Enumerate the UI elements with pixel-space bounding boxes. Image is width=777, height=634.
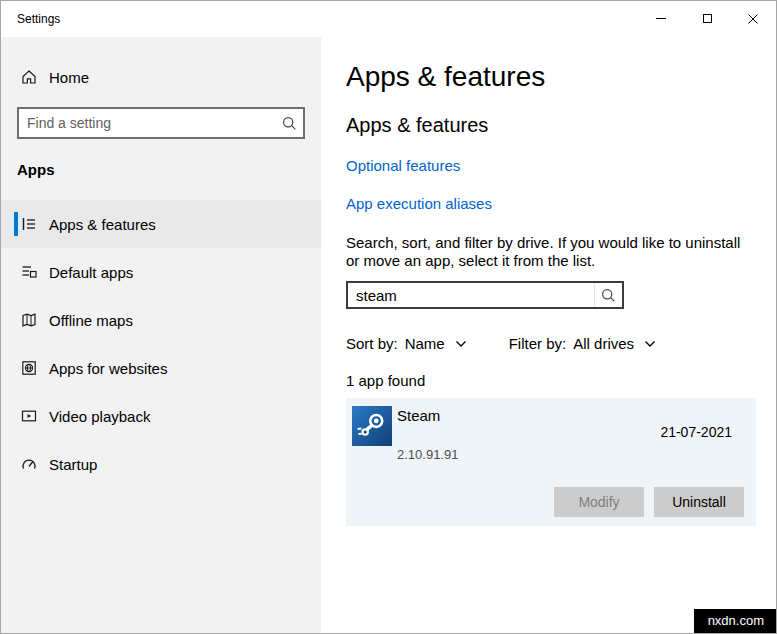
app-install-date: 21-07-2021 [660,424,732,440]
default-apps-icon [21,264,37,280]
window-title: Settings [17,12,60,26]
app-actions: Modify Uninstall [554,487,744,517]
app-search-icon[interactable] [594,283,622,307]
sidebar-item-apps-features[interactable]: Apps & features [1,200,321,248]
sidebar-search-box [17,107,305,139]
minimize-icon [656,18,666,19]
sidebar-item-video-playback[interactable]: Video playback [1,392,321,440]
maximize-button[interactable] [684,1,730,36]
offline-maps-icon [21,312,37,328]
close-icon [748,14,758,24]
section-title: Apps & features [346,113,776,137]
sidebar-item-label: Home [49,69,89,86]
sidebar-item-startup[interactable]: Startup [1,440,321,488]
optional-features-link[interactable]: Optional features [346,157,460,174]
window-controls [638,1,776,37]
sidebar-section-apps: Apps [1,161,321,178]
filter-by-value: All drives [573,335,634,352]
main-content: Apps & features Apps & features Optional… [321,37,776,633]
app-search-box [346,281,624,309]
watermark: nxdn.com [694,609,776,633]
home-icon [21,69,37,85]
sort-by-value: Name [405,335,445,352]
startup-icon [21,456,37,472]
steam-icon [352,406,392,446]
description-text: Search, sort, and filter by drive. If yo… [346,234,742,270]
sidebar-item-label: Default apps [49,264,133,281]
find-setting-input[interactable] [19,115,275,131]
sidebar-item-label: Apps for websites [49,360,167,377]
sidebar-item-label: Startup [49,456,97,473]
close-button[interactable] [730,1,776,36]
sidebar-item-label: Video playback [49,408,150,425]
maximize-icon [703,14,712,23]
result-count: 1 app found [346,372,776,389]
uninstall-button[interactable]: Uninstall [654,487,744,517]
sidebar: Home Apps Apps & features Default apps [1,37,321,633]
apps-features-icon [21,216,37,232]
app-name: Steam [397,407,440,424]
filter-by-label: Filter by: [509,335,567,352]
chevron-down-icon [644,340,656,348]
app-list-item-steam[interactable]: Steam 21-07-2021 2.10.91.91 Modify Unins… [346,398,756,526]
page-title: Apps & features [346,61,776,93]
sidebar-item-label: Offline maps [49,312,133,329]
minimize-button[interactable] [638,1,684,36]
modify-button[interactable]: Modify [554,487,644,517]
titlebar: Settings [1,1,776,37]
apps-for-websites-icon [21,360,37,376]
chevron-down-icon [455,340,467,348]
sidebar-item-apps-for-websites[interactable]: Apps for websites [1,344,321,392]
sort-by-label: Sort by: [346,335,398,352]
sidebar-item-home[interactable]: Home [1,57,321,97]
sidebar-item-offline-maps[interactable]: Offline maps [1,296,321,344]
app-search-input[interactable] [348,287,594,304]
sidebar-nav: Apps & features Default apps Offline map… [1,200,321,488]
search-icon[interactable] [275,116,303,131]
sidebar-item-label: Apps & features [49,216,156,233]
filter-bar: Sort by: Name Filter by: All drives [346,335,776,352]
video-playback-icon [21,408,37,424]
sidebar-item-default-apps[interactable]: Default apps [1,248,321,296]
sort-by-dropdown[interactable]: Sort by: Name [346,335,467,352]
filter-by-dropdown[interactable]: Filter by: All drives [509,335,656,352]
app-execution-aliases-link[interactable]: App execution aliases [346,195,492,212]
settings-window: Settings Home Apps [0,0,777,634]
app-version: 2.10.91.91 [397,447,458,462]
